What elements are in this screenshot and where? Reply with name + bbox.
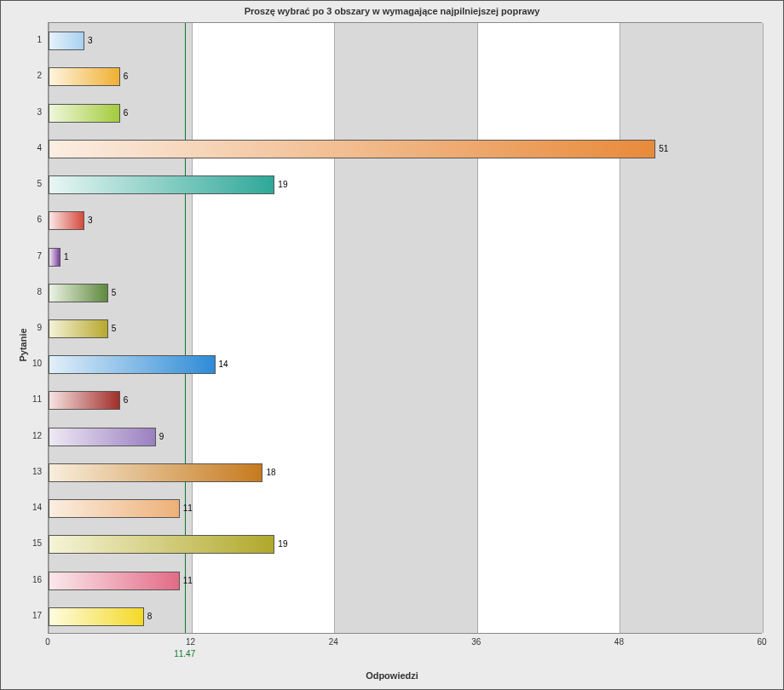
x-tick-label: 24 xyxy=(320,637,346,647)
bar xyxy=(49,211,84,230)
bar-value-label: 19 xyxy=(278,539,287,549)
x-tick-label: 48 xyxy=(606,637,631,647)
bar xyxy=(49,607,144,626)
bar-value-label: 19 xyxy=(278,180,287,189)
x-tick-label: 0 xyxy=(35,637,61,647)
y-tick-label: 6 xyxy=(14,215,42,224)
bar-value-label: 1 xyxy=(64,252,69,262)
y-tick-label: 3 xyxy=(14,107,42,117)
bar xyxy=(49,140,655,158)
bar-value-label: 6 xyxy=(124,108,129,118)
bar-value-label: 11 xyxy=(183,576,193,585)
grid-band xyxy=(334,23,477,633)
bar-value-label: 3 xyxy=(88,36,93,45)
bar xyxy=(49,67,120,86)
y-tick-label: 10 xyxy=(14,359,42,368)
bar-value-label: 11 xyxy=(183,503,193,513)
x-tick-label: 36 xyxy=(464,637,489,647)
bar xyxy=(49,463,262,482)
y-tick-label: 13 xyxy=(14,467,42,476)
bar-value-label: 3 xyxy=(88,216,93,225)
bar xyxy=(49,248,61,267)
y-tick-label: 17 xyxy=(14,611,42,620)
y-tick-label: 11 xyxy=(14,394,42,404)
bar xyxy=(49,175,274,194)
bar-value-label: 8 xyxy=(147,612,153,621)
bar xyxy=(49,32,84,50)
y-tick-label: 4 xyxy=(14,143,42,152)
chart-container: Proszę wybrać po 3 obszary w wymagające … xyxy=(0,0,784,690)
bar-value-label: 5 xyxy=(112,288,117,297)
bar xyxy=(49,391,120,410)
bar xyxy=(49,319,108,338)
bar-value-label: 51 xyxy=(659,144,668,153)
plot-area: 366511931551469181119118 xyxy=(48,22,762,634)
reference-line-label: 11.47 xyxy=(174,649,195,658)
x-axis-label: Odpowiedzi xyxy=(1,670,783,681)
y-tick-label: 1 xyxy=(14,35,42,44)
grid-line xyxy=(334,23,335,633)
bar xyxy=(49,428,156,446)
y-tick-label: 16 xyxy=(14,575,42,584)
y-tick-label: 2 xyxy=(14,71,42,80)
y-axis-label: Pytanie xyxy=(18,328,28,361)
y-tick-label: 7 xyxy=(14,251,42,261)
y-tick-label: 9 xyxy=(14,323,42,332)
bar-value-label: 6 xyxy=(124,395,129,405)
grid-line xyxy=(477,23,478,633)
y-tick-label: 5 xyxy=(14,179,42,188)
chart-title: Proszę wybrać po 3 obszary w wymagające … xyxy=(1,6,783,16)
y-tick-label: 12 xyxy=(14,431,42,440)
bar-value-label: 14 xyxy=(219,359,228,369)
bar-value-label: 5 xyxy=(112,324,117,333)
y-tick-label: 15 xyxy=(14,538,42,548)
grid-band xyxy=(620,23,763,633)
bar xyxy=(49,104,120,123)
bar-value-label: 6 xyxy=(124,72,129,81)
y-tick-label: 14 xyxy=(14,503,42,512)
bar-value-label: 18 xyxy=(266,468,275,477)
grid-line xyxy=(763,23,764,633)
x-tick-label: 12 xyxy=(178,637,204,647)
bar-value-label: 9 xyxy=(159,432,164,441)
bar xyxy=(49,572,180,590)
x-tick-label: 60 xyxy=(749,637,775,647)
y-tick-label: 8 xyxy=(14,287,42,296)
bar xyxy=(49,284,108,302)
grid-line xyxy=(620,23,620,633)
bar xyxy=(49,499,180,518)
bar xyxy=(49,535,274,554)
bar xyxy=(49,355,216,374)
